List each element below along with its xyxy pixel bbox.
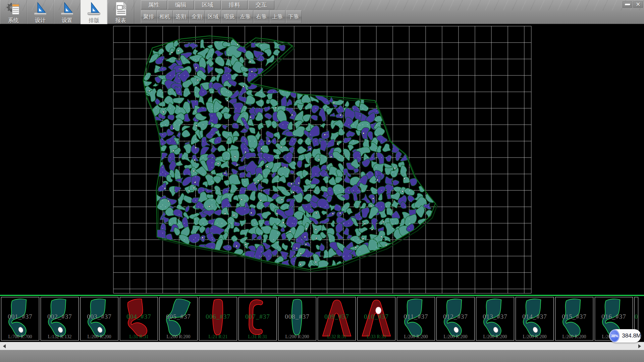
nesting-canvas[interactable] (0, 24, 644, 295)
piece-name: 012_#37 (437, 313, 474, 320)
piece-thumbnail-14[interactable]: 014_#37 L:200 R:200 (516, 297, 554, 341)
action-button-6[interactable]: 瑕疵 (221, 10, 237, 23)
action-button-10[interactable]: 下靠 (286, 10, 302, 23)
menu-tab-2[interactable]: 编辑 (168, 0, 194, 9)
piece-size-label: L:200 R:200 (80, 334, 118, 340)
piece-strip: 001_#37 L:700 R:700 002_#37 L:132 R:132 … (0, 296, 644, 342)
piece-thumbnail-11[interactable]: 011_#37 L:200 R:200 (397, 297, 435, 341)
report-icon (113, 1, 128, 16)
piece-size-label: L:31 R:31 (239, 334, 276, 340)
action-button-2[interactable]: 相机 (157, 10, 173, 23)
status-bar (0, 350, 644, 362)
main-toolbar: 系统 设计 设置 排版 报表 属性编辑区域排料交互 聚排相机选割全割区域瑕疵左靠… (0, 0, 644, 24)
close-button[interactable]: ✕ (633, 1, 643, 8)
piece-size-label: L:200 R:200 (437, 334, 474, 340)
left-arrow-icon (3, 344, 6, 348)
piece-name: 011_#37 (397, 313, 435, 320)
piece-name: 017_#37 (635, 313, 638, 320)
action-button-bar: 聚排相机选割全割区域瑕疵左靠右靠上靠下靠 (141, 10, 302, 23)
menu-tab-3[interactable]: 区域 (195, 0, 221, 9)
application-window: 系统 设计 设置 排版 报表 属性编辑区域排料交互 聚排相机选割全割区域瑕疵左靠… (0, 0, 644, 362)
piece-name: 002_#37 (41, 313, 78, 320)
action-button-7[interactable]: 左靠 (237, 10, 253, 23)
progress-circle-icon: 38% (610, 330, 619, 342)
toolbar-button-label: 设计 (35, 17, 46, 24)
action-button-5[interactable]: 区域 (205, 10, 221, 23)
piece-name: 016_#37 (595, 313, 633, 320)
layout-icon (86, 1, 102, 16)
piece-thumbnail-9[interactable]: 009_#37 L:32 R:31 (318, 297, 356, 341)
piece-size-label: L:21 R:21 (199, 334, 237, 340)
toolbar-button-label: 系统 (8, 17, 19, 24)
piece-size-label: L:200 R:200 (278, 334, 316, 340)
design-icon (33, 1, 48, 16)
piece-thumbnail-3[interactable]: 003_#37 L:200 R:200 (80, 297, 118, 341)
piece-name: 006_#37 (199, 313, 237, 320)
piece-name: 013_#37 (476, 313, 514, 320)
toolbar-button-label: 排版 (89, 17, 99, 24)
window-controls: ✕ (623, 1, 643, 8)
piece-thumbnail-6[interactable]: 006_#37 L:21 R:21 (199, 297, 237, 341)
piece-size-label: L:700 R:700 (1, 334, 39, 340)
piece-thumbnail-1[interactable]: 001_#37 L:700 R:700 (1, 297, 39, 341)
close-icon: ✕ (636, 2, 640, 7)
main-mode-buttons: 系统 设计 设置 排版 报表 (0, 0, 134, 24)
piece-name: 014_#37 (516, 313, 553, 320)
progress-percent: 38% (611, 334, 618, 338)
piece-name: 001_#37 (1, 313, 39, 320)
toolbar-button-4[interactable]: 排版 (80, 0, 107, 24)
nesting-canvas-svg (0, 24, 644, 295)
piece-name: 010_#37 (358, 313, 395, 320)
piece-thumbnail-8[interactable]: 008_#37 L:200 R:200 (278, 297, 316, 341)
minimize-button[interactable] (623, 1, 632, 8)
piece-name: 004_#37 (120, 313, 158, 320)
action-button-9[interactable]: 上靠 (270, 10, 285, 23)
toolbar-button-1[interactable]: 系统 (0, 0, 27, 24)
settings-icon (59, 1, 75, 16)
piece-thumbnail-12[interactable]: 012_#37 L:200 R:200 (436, 297, 475, 341)
toolbar-button-label: 报表 (115, 17, 126, 24)
menu-tab-4[interactable]: 排料 (221, 0, 248, 9)
piece-size-label: L:132 R:132 (41, 334, 78, 340)
toolbar-button-2[interactable]: 设计 (27, 0, 54, 24)
piece-name: 005_#37 (160, 313, 197, 320)
piece-name: 015_#37 (555, 313, 593, 320)
minimize-icon (625, 4, 630, 5)
piece-thumbnail-7[interactable]: 007_#37 L:31 R:31 (238, 297, 277, 341)
progress-badge[interactable]: 38% 384.8M (609, 329, 641, 343)
action-button-4[interactable]: 全割 (189, 10, 205, 23)
scroll-left-button[interactable] (1, 342, 8, 350)
piece-size-label: L:200 R:200 (476, 334, 514, 340)
system-icon (6, 1, 21, 16)
piece-thumbnail-10[interactable]: 010_#37 L:33 R:33 (357, 297, 395, 341)
piece-size-label: L:32 R:31 (318, 334, 356, 340)
toolbar-button-3[interactable]: 设置 (54, 0, 80, 24)
scroll-right-button[interactable] (636, 342, 643, 350)
memory-label: 384.8M (622, 333, 641, 339)
piece-name: 007_#37 (239, 313, 276, 320)
menu-tab-bar: 属性编辑区域排料交互 (141, 0, 275, 10)
piece-size-label: L:31 R:31 (120, 334, 158, 340)
piece-size-label: L:33 R:33 (358, 334, 395, 340)
menu-tab-1[interactable]: 属性 (141, 0, 167, 9)
piece-thumbnail-13[interactable]: 013_#37 L:200 R:200 (476, 297, 514, 341)
piece-thumbnail-5[interactable]: 005_#37 L:200 R:200 (159, 297, 198, 341)
piece-name: 008_#37 (278, 313, 316, 320)
action-button-3[interactable]: 选割 (173, 10, 189, 23)
piece-size-label: L:200 R:200 (555, 334, 593, 340)
action-button-1[interactable]: 聚排 (141, 10, 157, 23)
piece-size-label: L:200 R:200 (397, 334, 435, 340)
piece-name: 003_#37 (80, 313, 118, 320)
right-arrow-icon (638, 344, 641, 348)
piece-size-label: L:200 R:200 (160, 334, 197, 340)
toolbar-button-5[interactable]: 报表 (107, 0, 134, 24)
horizontal-scrollbar[interactable] (0, 342, 644, 350)
menu-tab-5[interactable]: 交互 (248, 0, 274, 9)
piece-thumbnail-4[interactable]: 004_#37 L:31 R:31 (120, 297, 158, 341)
action-button-8[interactable]: 右靠 (254, 10, 269, 23)
piece-size-label: L:200 R:200 (516, 334, 553, 340)
piece-thumbnail-2[interactable]: 002_#37 L:132 R:132 (41, 297, 79, 341)
piece-thumbnail-15[interactable]: 015_#37 L:200 R:200 (555, 297, 593, 341)
piece-name: 009_#37 (318, 313, 356, 320)
toolbar-button-label: 设置 (62, 17, 72, 24)
